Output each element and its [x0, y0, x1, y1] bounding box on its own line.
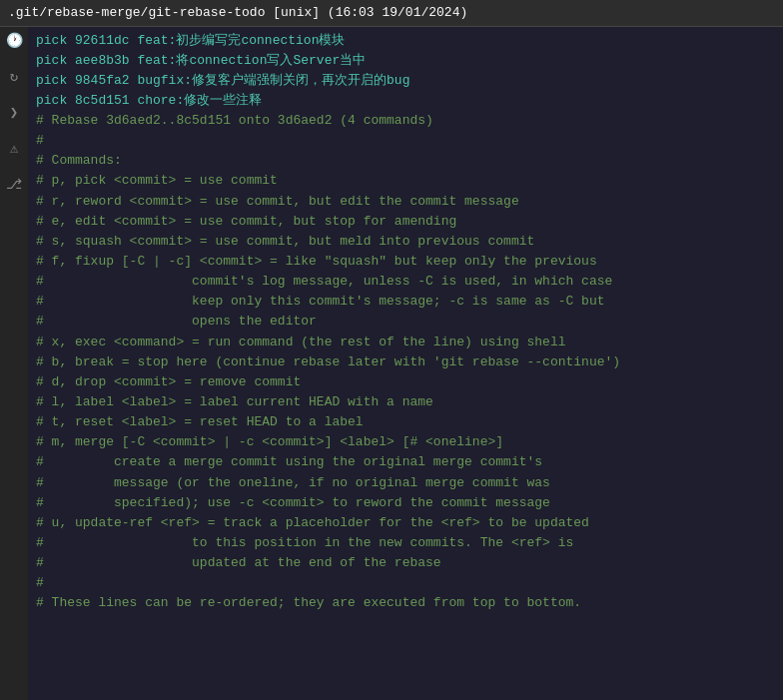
code-line: # commit's log message, unless -C is use… — [36, 272, 775, 292]
title-bar: .git/rebase-merge/git-rebase-todo [unix]… — [0, 0, 783, 27]
code-line: # l, label <label> = label current HEAD … — [36, 392, 775, 412]
code-line: # b, break = stop here (continue rebase … — [36, 352, 775, 372]
code-line: # Rebase 3d6aed2..8c5d151 onto 3d6aed2 (… — [36, 111, 775, 131]
code-line: # — [36, 573, 775, 593]
code-line: # t, reset <label> = reset HEAD to a lab… — [36, 412, 775, 432]
editor-container: .git/rebase-merge/git-rebase-todo [unix]… — [0, 0, 783, 700]
code-line: # d, drop <commit> = remove commit — [36, 372, 775, 392]
terminal-icon[interactable]: ❯ — [5, 105, 23, 123]
code-line: # to this position in the new commits. T… — [36, 533, 775, 553]
code-line: # r, reword <commit> = use commit, but e… — [36, 192, 775, 212]
refresh-icon[interactable]: ↻ — [5, 69, 23, 87]
code-line: pick 9845fa2 bugfix:修复客户端强制关闭，再次开启的bug — [36, 71, 775, 91]
content-area: 🕐 ↻ ❯ ⚠ ⎇ pick 92611dc feat:初步编写完connect… — [0, 27, 783, 701]
code-line: # create a merge commit using the origin… — [36, 452, 775, 472]
code-line: # s, squash <commit> = use commit, but m… — [36, 232, 775, 252]
code-line: # specified); use -c <commit> to reword … — [36, 493, 775, 513]
code-line: # m, merge [-C <commit> | -c <commit>] <… — [36, 432, 775, 452]
code-line: # keep only this commit's message; -c is… — [36, 292, 775, 312]
alert-icon[interactable]: ⚠ — [5, 141, 23, 159]
code-line: # x, exec <command> = run command (the r… — [36, 333, 775, 352]
code-line: # e, edit <commit> = use commit, but sto… — [36, 212, 775, 232]
branch-icon[interactable]: ⎇ — [5, 177, 23, 195]
code-area[interactable]: pick 92611dc feat:初步编写完connection模块pick … — [28, 27, 783, 701]
code-line: # Commands: — [36, 151, 775, 171]
code-line: # message (or the oneline, if no origina… — [36, 473, 775, 493]
code-line: pick 92611dc feat:初步编写完connection模块 — [36, 31, 775, 51]
code-line: # These lines can be re-ordered; they ar… — [36, 593, 775, 613]
code-line: pick 8c5d151 chore:修改一些注释 — [36, 91, 775, 111]
code-line: # opens the editor — [36, 312, 775, 332]
clock-icon[interactable]: 🕐 — [5, 33, 23, 51]
code-line: # u, update-ref <ref> = track a placehol… — [36, 513, 775, 533]
code-line: # p, pick <commit> = use commit — [36, 171, 775, 191]
code-line: pick aee8b3b feat:将connection写入Server当中 — [36, 51, 775, 71]
code-line: # — [36, 131, 775, 151]
code-line: # updated at the end of the rebase — [36, 553, 775, 573]
title-text: .git/rebase-merge/git-rebase-todo [unix]… — [8, 5, 467, 20]
left-icons: 🕐 ↻ ❯ ⚠ ⎇ — [0, 27, 28, 701]
code-line: # f, fixup [-C | -c] <commit> = like "sq… — [36, 252, 775, 272]
